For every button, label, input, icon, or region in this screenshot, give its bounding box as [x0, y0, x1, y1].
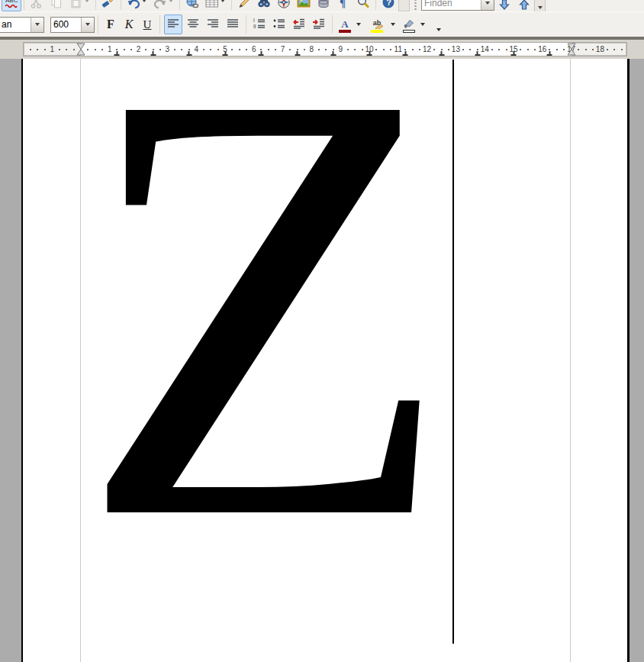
ruler-tab-stop[interactable]	[367, 50, 372, 56]
hyperlink-button[interactable]	[182, 0, 202, 11]
ruler-tick-dot	[66, 49, 67, 50]
svg-text:?: ?	[386, 0, 391, 7]
indent-marker-right[interactable]	[566, 43, 576, 59]
find-next-icon	[497, 0, 511, 11]
align-right-button[interactable]	[204, 15, 222, 34]
ruler-tick-dot	[231, 49, 233, 50]
ruler-tab-stop[interactable]	[511, 50, 517, 56]
toolbar-overflow-button[interactable]	[430, 15, 447, 34]
ruler-number: 14	[481, 43, 489, 56]
increase-indent-button[interactable]	[310, 15, 328, 34]
bold-button[interactable]: F	[102, 15, 119, 34]
svg-text:ABC: ABC	[5, 0, 18, 4]
navigator-button[interactable]	[274, 0, 294, 11]
data-sources-button[interactable]	[314, 0, 333, 11]
formatting-marks-button[interactable]: ¶	[333, 0, 353, 11]
font-name-combo	[0, 17, 44, 33]
dropdown-caret-icon	[420, 23, 425, 26]
decrease-indent-button[interactable]	[290, 15, 308, 34]
toolbar-separator	[98, 15, 98, 34]
ruler-tick-dot	[95, 49, 96, 50]
bullet-list-icon	[272, 17, 286, 33]
ruler-number: 16	[538, 43, 546, 56]
font-color-dropdown[interactable]	[355, 15, 365, 34]
ruler-tab-stop[interactable]	[114, 50, 120, 56]
ruler-tick-dot	[246, 49, 247, 50]
writer-window: ABC¶?	[0, 0, 644, 662]
ruler-tab-stop[interactable]	[403, 50, 408, 56]
underline-button[interactable]: U	[139, 15, 156, 34]
paste-button[interactable]	[66, 0, 93, 11]
ruler-tick-dot	[419, 49, 420, 50]
cut-icon	[30, 0, 43, 9]
find-next-button[interactable]	[494, 0, 514, 11]
background-color-button[interactable]	[401, 15, 417, 34]
font-size-input[interactable]	[51, 18, 81, 32]
find-toolbar-overflow-button[interactable]	[534, 0, 546, 11]
autospellcheck-button[interactable]: ABC	[2, 0, 21, 11]
toolbar-separator	[246, 15, 246, 34]
find-replace-button[interactable]	[254, 0, 274, 11]
draw-functions-button[interactable]	[234, 0, 254, 11]
numbered-list-button[interactable]: III	[250, 15, 269, 34]
find-previous-button[interactable]	[514, 0, 534, 11]
redo-button[interactable]	[150, 0, 177, 11]
background-color-dropdown[interactable]	[419, 15, 429, 34]
find-input[interactable]	[422, 0, 481, 10]
highlighting-button[interactable]: ab	[366, 15, 388, 34]
indent-marker-left[interactable]	[76, 43, 86, 59]
bold-label: F	[107, 18, 114, 31]
ruler-tab-stop[interactable]	[439, 50, 444, 56]
hyperlink-icon	[185, 0, 199, 9]
horizontal-ruler[interactable]: 1234567891011121314151617181	[23, 42, 627, 57]
gallery-button[interactable]	[294, 0, 314, 11]
ruler-tab-stop[interactable]	[223, 50, 228, 56]
font-name-dropdown[interactable]	[31, 18, 43, 32]
ruler-tab-stop[interactable]	[475, 50, 480, 56]
toolbar-grip[interactable]	[414, 0, 417, 11]
align-left-button[interactable]	[164, 15, 182, 34]
toolbar-overflow-button[interactable]	[398, 0, 410, 11]
ruler-tick-dot	[498, 49, 500, 50]
cut-button[interactable]	[27, 0, 47, 11]
ruler-tick-dot	[433, 49, 435, 50]
ruler-tab-stop[interactable]	[150, 50, 156, 56]
help-button[interactable]: ?	[378, 0, 398, 11]
align-right-icon	[206, 17, 220, 33]
ruler-tick-dot	[87, 49, 89, 50]
ruler-tab-stop[interactable]	[295, 50, 300, 56]
format-paintbrush-button[interactable]	[98, 0, 118, 11]
undo-button[interactable]	[124, 0, 150, 11]
font-color-button[interactable]: A	[336, 15, 353, 34]
font-name-input[interactable]	[0, 18, 31, 32]
ruler-tick-dot	[491, 49, 493, 50]
svg-text:II: II	[253, 24, 256, 29]
ruler-tab-stop[interactable]	[547, 50, 552, 56]
copy-button[interactable]	[47, 0, 66, 11]
highlighting-dropdown[interactable]	[389, 15, 399, 34]
find-combo-dropdown[interactable]	[481, 0, 494, 10]
font-size-dropdown[interactable]	[81, 18, 94, 32]
document-area: Z	[0, 59, 644, 662]
ruler-tab-stop[interactable]	[186, 50, 192, 56]
zoom-button[interactable]	[353, 0, 373, 11]
toolbar-separator	[24, 0, 24, 10]
standard-toolbar-buttons: ABC¶?	[2, 0, 410, 11]
toolbar-separator	[121, 0, 121, 10]
ruler-number: 11	[394, 43, 402, 56]
formatting-marks-icon: ¶	[336, 0, 350, 9]
ruler-tick-dot	[585, 49, 587, 50]
bullet-list-button[interactable]	[270, 15, 288, 34]
ruler-tick-dot	[217, 49, 219, 50]
table-button[interactable]	[202, 0, 229, 11]
find-previous-icon	[517, 0, 531, 11]
italic-button[interactable]: K	[121, 15, 137, 34]
redo-icon	[153, 0, 167, 9]
ruler-tick-dot	[59, 49, 60, 50]
ruler-tab-stop[interactable]	[330, 50, 336, 56]
ruler-tick-dot	[203, 49, 204, 50]
align-justify-button[interactable]	[224, 15, 242, 34]
align-center-button[interactable]	[184, 15, 202, 34]
ruler-tab-stop[interactable]	[259, 50, 264, 56]
align-justify-icon	[226, 17, 240, 33]
